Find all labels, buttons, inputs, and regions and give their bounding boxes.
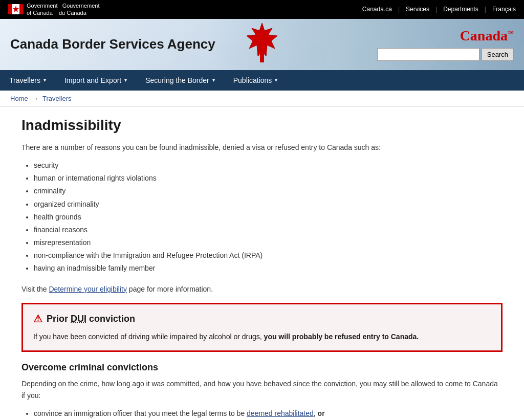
warning-text-before: If you have been convicted of driving wh…	[33, 333, 264, 341]
eligibility-info: Visit the Determine your eligibility pag…	[21, 283, 503, 295]
list-item: non-compliance with the Immigration and …	[34, 249, 503, 262]
main-content: Inadmissibility There are a number of re…	[11, 107, 513, 420]
search-button[interactable]: Search	[482, 48, 514, 61]
breadcrumb-separator: →	[32, 95, 40, 102]
deemed-rehabilitated-link[interactable]: deemed rehabilitated	[247, 409, 314, 417]
nav-securing-border[interactable]: Securing the Border ▾	[136, 70, 224, 91]
warning-text-bold: you will probably be refused entry to Ca…	[264, 333, 419, 341]
sub-section-title: Overcome criminal convictions	[21, 362, 503, 373]
list-item: having an inadmissible family member	[34, 262, 503, 275]
top-bar: Government Gouvernement of Canada du Can…	[0, 0, 524, 19]
services-link[interactable]: Services	[406, 6, 429, 13]
francais-link[interactable]: Français	[492, 6, 516, 13]
nav-publications[interactable]: Publications ▾	[224, 70, 287, 91]
overcome-list: convince an immigration officer that you…	[34, 407, 503, 420]
warning-title: ⚠ Prior DUI conviction	[33, 313, 491, 325]
search-bar: Search	[377, 48, 514, 61]
gov-logo-area: Government Gouvernement of Canada du Can…	[8, 2, 99, 17]
svg-rect-1	[8, 4, 12, 14]
svg-rect-2	[19, 4, 24, 14]
canada-wordmark: Canada™	[460, 28, 514, 44]
canada-wordmark-search-area: Canada™ Search	[377, 28, 514, 61]
gov-name-text: Government Gouvernement of Canada du Can…	[27, 2, 99, 17]
overcome-item-0-after: , or	[314, 409, 325, 417]
warning-icon: ⚠	[33, 313, 42, 325]
nav-securing-border-label: Securing the Border	[145, 76, 209, 84]
top-nav-links: Canada.ca | Services | Departments | Fra…	[362, 6, 516, 13]
overcome-item-0-before: convince an immigration officer that you…	[34, 409, 247, 417]
gov-logo: Government Gouvernement of Canada du Can…	[8, 2, 99, 17]
breadcrumb-current-link[interactable]: Travellers	[42, 95, 72, 102]
maple-leaf-icon	[242, 20, 282, 67]
main-nav: Travellers ▾ Import and Export ▾ Securin…	[0, 70, 524, 91]
nav-securing-border-arrow: ▾	[212, 77, 215, 83]
search-input[interactable]	[377, 48, 479, 61]
page-title: Inadmissibility	[21, 117, 503, 134]
list-item: criminality	[34, 185, 503, 197]
canada-flag-icon	[8, 4, 24, 14]
list-item: misrepresentation	[34, 236, 503, 249]
breadcrumb: Home → Travellers	[0, 91, 524, 107]
separator-2: |	[435, 6, 437, 13]
list-item: security	[34, 159, 503, 172]
svg-rect-5	[260, 51, 264, 62]
info-text-after: page for more information.	[127, 285, 213, 293]
nav-publications-label: Publications	[233, 76, 272, 84]
intro-text: There are a number of reasons you can be…	[21, 142, 503, 153]
inadmissibility-list: security human or international rights v…	[34, 159, 503, 275]
separator-1: |	[398, 6, 400, 13]
canada-ca-link[interactable]: Canada.ca	[362, 6, 392, 13]
list-item: financial reasons	[34, 224, 503, 236]
nav-travellers[interactable]: Travellers ▾	[0, 70, 55, 91]
maple-leaf-area	[242, 20, 282, 68]
list-item: convince an immigration officer that you…	[34, 407, 503, 420]
list-item: organized criminality	[34, 198, 503, 211]
site-header: Canada Border Services Agency Canada™ Se…	[0, 19, 524, 70]
nav-import-export[interactable]: Import and Export ▾	[55, 70, 136, 91]
warning-box: ⚠ Prior DUI conviction If you have been …	[21, 303, 503, 352]
nav-travellers-arrow: ▾	[43, 77, 46, 83]
agency-title: Canada Border Services Agency	[10, 36, 215, 52]
nav-travellers-label: Travellers	[9, 76, 40, 84]
nav-import-export-label: Import and Export	[64, 76, 121, 84]
info-text-before: Visit the	[21, 285, 49, 293]
sub-section-criminal: Overcome criminal convictions Depending …	[21, 362, 503, 420]
warning-text: If you have been convicted of driving wh…	[33, 331, 491, 342]
nav-publications-arrow: ▾	[275, 77, 277, 83]
sub-section-intro: Depending on the crime, how long ago it …	[21, 378, 503, 401]
eligibility-link[interactable]: Determine your eligibility	[49, 285, 127, 293]
breadcrumb-home-link[interactable]: Home	[10, 95, 28, 102]
list-item: human or international rights violations	[34, 172, 503, 185]
warning-title-text: Prior DUI conviction	[47, 314, 135, 324]
list-item: health grounds	[34, 211, 503, 224]
separator-3: |	[485, 6, 486, 13]
nav-import-export-arrow: ▾	[124, 77, 127, 83]
agency-name-area: Canada Border Services Agency	[10, 36, 215, 52]
departments-link[interactable]: Departments	[443, 6, 478, 13]
